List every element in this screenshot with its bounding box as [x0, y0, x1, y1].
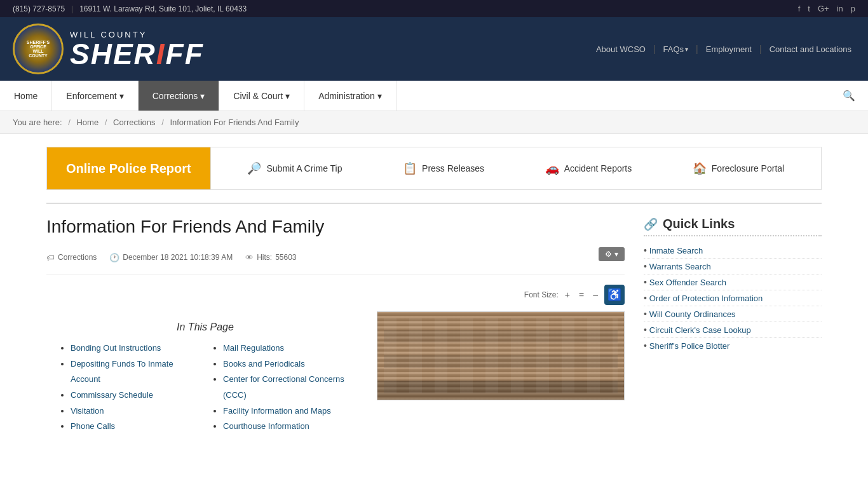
divider: | [71, 4, 73, 13]
enforcement-chevron: ▾ [119, 91, 124, 101]
search-button[interactable]: 🔍 [830, 81, 868, 111]
list-item[interactable]: Visitation [71, 403, 199, 419]
quick-action-bar: Online Police Report 🔎 Submit A Crime Ti… [46, 147, 822, 190]
eye-icon: 👁 [245, 253, 254, 262]
article-meta: 🏷 Corrections 🕐 December 18 2021 10:18:3… [46, 247, 625, 274]
clock-icon: 🕐 [109, 253, 119, 262]
foreclosure-portal-link[interactable]: 🏠 Foreclosure Portal [685, 156, 792, 180]
about-wcso-link[interactable]: About WCSO [592, 43, 649, 55]
list-item[interactable]: Depositing Funds To Inmate Account [71, 356, 199, 388]
sidebar-item-police-blotter: Sheriff's Police Blotter [644, 338, 822, 353]
online-police-report-button[interactable]: Online Police Report [47, 147, 210, 189]
faqs-link[interactable]: FAQs ▾ [660, 43, 693, 55]
breadcrumb-home[interactable]: Home [76, 118, 98, 127]
accident-reports-label: Accident Reports [564, 163, 632, 173]
nav-corrections[interactable]: Corrections ▾ [139, 81, 220, 111]
twitter-icon[interactable]: t [808, 4, 810, 13]
nav-divider-1: | [653, 44, 656, 54]
gear-chevron: ▾ [614, 250, 618, 259]
contact-locations-link[interactable]: Contact and Locations [766, 43, 855, 55]
accident-reports-icon: 🚗 [545, 161, 559, 175]
order-of-protection-link[interactable]: Order of Protection Information [649, 294, 763, 303]
article-actions: ⚙ ▾ [599, 247, 625, 261]
contact-info: (815) 727-8575 | 16911 W. Laraway Rd, Su… [13, 4, 247, 13]
main-content-column: Information For Friends And Family 🏷 Cor… [46, 217, 625, 445]
employment-link[interactable]: Employment [702, 43, 756, 55]
nav-divider-3: | [759, 44, 762, 54]
hits-meta: 👁 Hits: 55603 [245, 253, 296, 262]
faqs-chevron: ▾ [685, 46, 688, 53]
quick-links-title: 🔗 Quick Links [644, 217, 822, 236]
list-item[interactable]: Mail Regulations [223, 341, 351, 356]
in-this-page-box: In This Page Bonding Out Instructions De… [46, 311, 364, 445]
list-item[interactable]: Bonding Out Instructions [71, 341, 199, 356]
quick-links-label: Quick Links [663, 217, 735, 231]
two-column-layout: Information For Friends And Family 🏷 Cor… [46, 217, 822, 464]
header-nav: About WCSO | FAQs ▾ | Employment | Conta… [592, 43, 855, 55]
site-header: SHERIFF'SOFFICEWILLCOUNTY WILL COUNTY SH… [0, 17, 868, 81]
list-item[interactable]: Books and Periodicals [223, 356, 351, 372]
link-icon: 🔗 [644, 217, 658, 231]
nav-enforcement[interactable]: Enforcement ▾ [52, 81, 138, 111]
sheriffs-police-blotter-link[interactable]: Sheriff's Police Blotter [649, 341, 730, 351]
civil-court-chevron: ▾ [285, 91, 290, 101]
list-item[interactable]: Phone Calls [71, 419, 199, 435]
googleplus-icon[interactable]: G+ [818, 4, 829, 13]
badge-text: SHERIFF'SOFFICEWILLCOUNTY [24, 37, 52, 60]
sidebar-item-ordinances: Will County Ordinances [644, 306, 822, 322]
in-this-page-right-list: Mail Regulations Books and Periodicals C… [212, 341, 351, 435]
phone-number[interactable]: (815) 727-8575 [13, 4, 65, 13]
category-icon: 🏷 [46, 253, 55, 262]
breadcrumb: You are here: / Home / Corrections / Inf… [0, 111, 868, 134]
linkedin-icon[interactable]: in [837, 4, 843, 13]
accident-reports-link[interactable]: 🚗 Accident Reports [538, 156, 640, 180]
breadcrumb-corrections[interactable]: Corrections [113, 118, 155, 127]
facebook-icon[interactable]: f [798, 4, 801, 13]
sex-offender-search-link[interactable]: Sex Offender Search [649, 278, 726, 287]
crime-tip-icon: 🔎 [247, 161, 261, 175]
inmate-search-link[interactable]: Inmate Search [649, 246, 703, 255]
foreclosure-portal-label: Foreclosure Portal [712, 163, 784, 173]
font-decrease-button[interactable]: – [590, 288, 600, 301]
font-reset-button[interactable]: = [576, 288, 587, 301]
press-releases-icon: 📋 [403, 161, 417, 175]
sidebar: 🔗 Quick Links Inmate Search Warrants Sea… [644, 217, 822, 445]
date-value: December 18 2021 10:18:39 AM [123, 253, 233, 262]
article-building-image [377, 311, 625, 400]
sidebar-item-inmate-search: Inmate Search [644, 243, 822, 259]
sheriff-badge: SHERIFF'SOFFICEWILLCOUNTY [13, 24, 64, 74]
top-bar: (815) 727-8575 | 16911 W. Laraway Rd, Su… [0, 0, 868, 17]
pinterest-icon[interactable]: p [851, 4, 855, 13]
circuit-clerk-link[interactable]: Circuit Clerk's Case Lookup [649, 325, 751, 335]
category-value[interactable]: Corrections [58, 253, 97, 262]
main-navigation: Home Enforcement ▾ Corrections ▾ Civil &… [0, 81, 868, 111]
font-size-label: Font Size: [524, 290, 559, 299]
foreclosure-portal-icon: 🏠 [693, 161, 707, 175]
in-this-page-right-col: Mail Regulations Books and Periodicals C… [212, 341, 351, 435]
article-title: Information For Friends And Family [46, 217, 625, 237]
submit-crime-tip-link[interactable]: 🔎 Submit A Crime Tip [240, 156, 349, 180]
sidebar-quick-links: Inmate Search Warrants Search Sex Offend… [644, 243, 822, 353]
list-item[interactable]: Courthouse Information [223, 419, 351, 435]
gear-button[interactable]: ⚙ ▾ [599, 247, 625, 261]
list-item[interactable]: Facility Information and Maps [223, 403, 351, 419]
quick-links-bar: 🔎 Submit A Crime Tip 📋 Press Releases 🚗 … [210, 147, 821, 189]
warrants-search-link[interactable]: Warrants Search [649, 262, 711, 271]
logo-text: WILL COUNTY SHERIFF [70, 30, 204, 69]
nav-civil-court[interactable]: Civil & Court ▾ [219, 81, 304, 111]
logo-area: SHERIFF'SOFFICEWILLCOUNTY WILL COUNTY SH… [13, 24, 204, 74]
font-increase-button[interactable]: + [562, 288, 573, 301]
press-releases-link[interactable]: 📋 Press Releases [395, 156, 492, 180]
nav-administration[interactable]: Administration ▾ [304, 81, 397, 111]
nav-home[interactable]: Home [0, 81, 52, 111]
in-this-page-section: In This Page Bonding Out Instructions De… [46, 311, 364, 445]
you-are-here-label: You are here: [13, 118, 62, 127]
accessibility-button[interactable]: ♿ [604, 285, 625, 305]
list-item[interactable]: Commissary Schedule [71, 388, 199, 403]
administration-chevron: ▾ [377, 91, 382, 101]
will-county-ordinances-link[interactable]: Will County Ordinances [649, 309, 736, 319]
sidebar-item-warrants-search: Warrants Search [644, 259, 822, 274]
in-this-page-columns: Bonding Out Instructions Depositing Fund… [59, 341, 351, 435]
gear-icon: ⚙ [605, 250, 612, 259]
list-item[interactable]: Center for Correctional Concerns (CCC) [223, 372, 351, 403]
